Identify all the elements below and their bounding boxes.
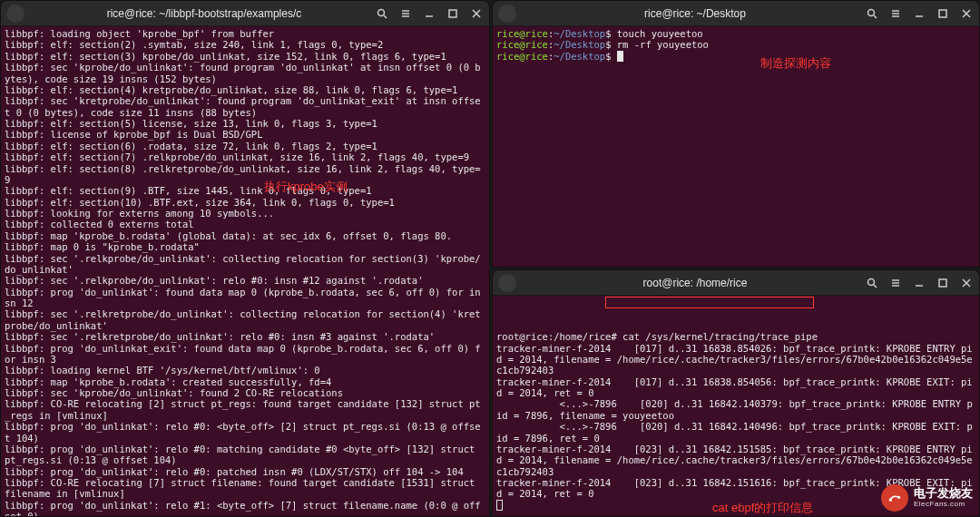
new-tab-button[interactable]	[498, 274, 516, 292]
command-highlight-box	[605, 297, 814, 308]
terminal-line: libbpf: elf: section(3) kprobe/do_unlink…	[5, 51, 485, 62]
terminal-line: <...>-7896 [020] d..31 16842.140379: bpf…	[496, 398, 975, 421]
svg-point-0	[378, 9, 385, 15]
terminal-line: tracker-miner-f-2014 [023] d..31 16842.1…	[496, 444, 975, 477]
terminal-line: libbpf: prog 'do_unlinkat': found data m…	[5, 287, 485, 309]
terminal-line: libbpf: sec '.relkretprobe/do_unlinkat':…	[5, 331, 485, 342]
logo-text-cn: 电子发烧友	[914, 487, 973, 500]
terminal-line: libbpf: elf: section(9) .BTF, size 1445,…	[5, 185, 485, 196]
terminal-line: libbpf: elf: section(7) .relkprobe/do_un…	[5, 151, 485, 162]
svg-point-2	[868, 9, 875, 15]
terminal-line: libbpf: license of kprobe_bpf is Dual BS…	[5, 129, 485, 140]
svg-point-4	[868, 278, 875, 285]
terminal-line: libbpf: prog 'do_unlinkat_exit': found d…	[5, 343, 485, 366]
terminal-line: libbpf: sec 'kprobe/do_unlinkat': found …	[5, 387, 485, 398]
annotation-label: cat ebpf的打印信息	[712, 500, 813, 516]
cursor	[617, 51, 623, 62]
prompt-line: rice@rice:~/Desktop$ touch youyeetoo	[496, 28, 975, 39]
terminal-line: libbpf: sec '.relkprobe/do_unlinkat': co…	[5, 253, 485, 276]
maximize-icon[interactable]	[936, 276, 950, 290]
terminal-line: libbpf: prog 'do_unlinkat': relo #0: pat…	[5, 466, 485, 477]
svg-rect-5	[939, 279, 946, 287]
annotation-label: 执行kprobe实例	[264, 179, 348, 195]
maximize-icon[interactable]	[936, 6, 950, 21]
minimize-icon[interactable]	[912, 6, 926, 21]
cursor	[496, 500, 503, 511]
svg-rect-1	[449, 10, 456, 17]
minimize-icon[interactable]	[422, 6, 436, 21]
terminal-line: libbpf: prog 'do_unlinkat': relo #1: <by…	[5, 500, 485, 516]
terminal-output[interactable]: rice@rice:~/Desktop$ touch youyeetoorice…	[493, 26, 979, 267]
close-icon[interactable]	[959, 6, 974, 21]
terminal-line: libbpf: CO-RE relocating [2] struct pt_r…	[5, 398, 485, 421]
close-icon[interactable]	[959, 276, 974, 290]
svg-point-6	[889, 499, 892, 502]
window-title: rice@rice: ~/libbpf-bootstrap/examples/c	[34, 7, 375, 20]
maximize-icon[interactable]	[446, 6, 460, 21]
terminal-window-left: rice@rice: ~/libbpf-bootstrap/examples/c…	[0, 0, 490, 517]
annotation-label: 制造探测内容	[760, 55, 831, 72]
prompt-line: rice@rice:~/Desktop$ rm -rf youyeetoo	[496, 39, 975, 50]
terminal-line: libbpf: elf: section(4) kretprobe/do_unl…	[5, 84, 485, 95]
terminal-line: <...>-7896 [020] d..31 16842.140496: bpf…	[496, 421, 975, 444]
terminal-window-top-right: rice@rice: ~/Desktop rice@rice:~/Desktop…	[492, 0, 980, 268]
terminal-line: libbpf: CO-RE relocating [7] struct file…	[5, 477, 485, 500]
svg-point-7	[897, 496, 900, 499]
terminal-line: libbpf: map 0 is "kprobe_b.rodata"	[5, 241, 485, 252]
watermark-logo: 电子发烧友 ElecFans.com	[881, 484, 973, 512]
new-tab-button[interactable]	[498, 5, 516, 23]
titlebar[interactable]: rice@rice: ~/libbpf-bootstrap/examples/c	[1, 1, 489, 26]
terminal-line: tracker-miner-f-2014 [017] d..31 16838.8…	[496, 376, 975, 399]
hamburger-icon[interactable]	[888, 276, 903, 290]
hamburger-icon[interactable]	[398, 6, 413, 21]
terminal-line: libbpf: prog 'do_unlinkat': relo #0: mat…	[5, 444, 485, 466]
terminal-line: tracker-miner-f-2014 [017] d..31 16838.8…	[496, 343, 975, 376]
hamburger-icon[interactable]	[888, 6, 903, 21]
terminal-line: libbpf: collected 0 externs total	[5, 219, 485, 229]
terminal-window-bottom-right: root@rice: /home/rice root@rice:/home/ri…	[492, 269, 980, 517]
prompt-line: root@rice:/home/rice# cat /sys/kernel/tr…	[496, 331, 975, 342]
terminal-output[interactable]: root@rice:/home/rice# cat /sys/kernel/tr…	[493, 296, 979, 516]
terminal-line: libbpf: sec 'kretprobe/do_unlinkat': fou…	[5, 95, 485, 118]
search-icon[interactable]	[865, 276, 879, 290]
terminal-line: libbpf: prog 'do_unlinkat': relo #0: <by…	[5, 421, 485, 444]
terminal-line: libbpf: elf: section(10) .BTF.ext, size …	[5, 197, 485, 208]
terminal-line: libbpf: sec 'kprobe/do_unlinkat': found …	[5, 62, 485, 84]
logo-icon	[881, 484, 908, 512]
terminal-line: libbpf: map 'kprobe_b.rodata' (global da…	[5, 230, 485, 241]
terminal-line: libbpf: loading kernel BTF '/sys/kernel/…	[5, 365, 485, 376]
terminal-line: libbpf: sec '.relkprobe/do_unlinkat': re…	[5, 275, 485, 286]
minimize-icon[interactable]	[912, 276, 926, 290]
terminal-line: libbpf: map 'kprobe_b.rodata': created s…	[5, 376, 485, 387]
svg-rect-3	[939, 10, 946, 17]
window-title: root@rice: /home/rice	[525, 277, 865, 289]
terminal-line: libbpf: sec '.relkretprobe/do_unlinkat':…	[5, 308, 485, 331]
close-icon[interactable]	[469, 6, 484, 21]
terminal-line: libbpf: looking for externs among 10 sym…	[5, 208, 485, 219]
search-icon[interactable]	[865, 6, 879, 21]
terminal-line: libbpf: loading object 'kprobe_bpf' from…	[5, 28, 485, 39]
terminal-line: libbpf: elf: section(2) .symtab, size 24…	[5, 39, 485, 50]
terminal-line: libbpf: elf: section(5) license, size 13…	[5, 118, 485, 129]
logo-text-en: ElecFans.com	[914, 501, 973, 509]
new-tab-button[interactable]	[6, 5, 24, 23]
titlebar[interactable]: rice@rice: ~/Desktop	[493, 1, 979, 26]
terminal-line: libbpf: elf: section(6) .rodata, size 72…	[5, 141, 485, 151]
terminal-line: libbpf: elf: section(8) .relkretprobe/do…	[5, 163, 485, 186]
terminal-output[interactable]: libbpf: loading object 'kprobe_bpf' from…	[1, 26, 489, 516]
prompt-line: rice@rice:~/Desktop$	[496, 51, 975, 62]
titlebar[interactable]: root@rice: /home/rice	[493, 270, 979, 296]
search-icon[interactable]	[375, 6, 389, 21]
window-title: rice@rice: ~/Desktop	[525, 7, 865, 20]
